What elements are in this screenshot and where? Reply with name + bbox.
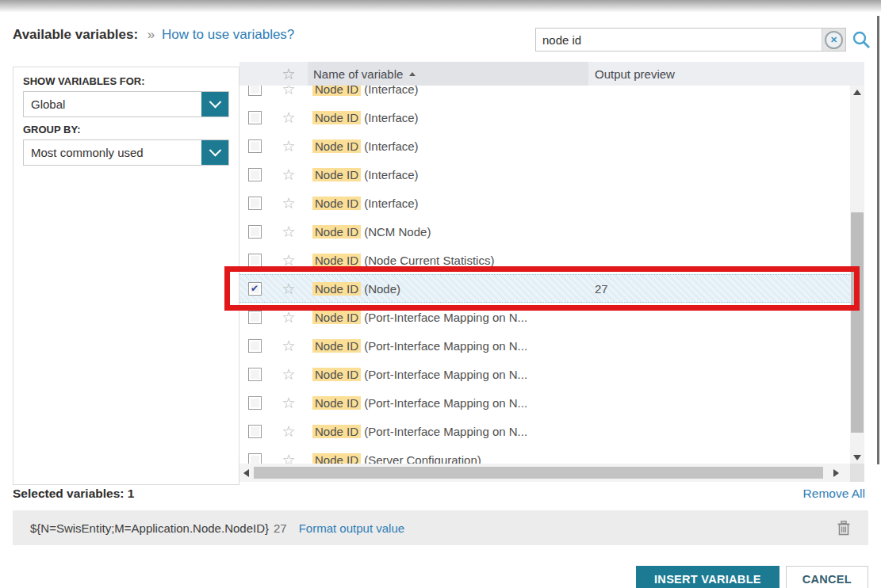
variable-name: Node ID (Port-Interface Mapping on N... [308,339,588,353]
selected-variables-count: Selected variables: 1 [13,487,134,501]
row-checkbox[interactable] [248,168,262,181]
table-row[interactable]: ☆ Node ID (Interface) [239,189,850,217]
show-variables-for-label: SHOW VARIABLES FOR: [23,75,229,87]
table-row[interactable]: ☆ Node ID (Port-Interface Mapping on N..… [239,331,850,360]
row-checkbox[interactable] [248,139,262,153]
vertical-scrollbar-thumb[interactable] [851,212,864,433]
search-input[interactable] [536,29,822,51]
variable-name-highlight: Node ID [312,168,361,181]
row-checkbox[interactable] [248,111,262,124]
triangle-left-icon [243,469,249,477]
table-row[interactable]: ☆ Node ID (Port-Interface Mapping on N..… [239,417,850,445]
name-column-header[interactable]: Name of variable [308,62,588,86]
favorite-star-icon[interactable]: ☆ [270,86,308,98]
preview-column-label: Output preview [595,67,675,81]
variable-name-rest: (Port-Interface Mapping on N... [361,425,527,438]
show-variables-for-value: Global [24,92,201,116]
group-by-select[interactable]: Most commonly used [23,139,229,166]
format-output-value-link[interactable]: Format output value [299,521,404,535]
how-to-use-variables-link[interactable]: How to use variables? [162,27,294,42]
table-row[interactable]: ☆ Node ID (Port-Interface Mapping on N..… [239,303,850,331]
sort-ascending-icon [409,72,416,76]
selected-variable-bar: ${N=SwisEntity;M=Application.Node.NodeID… [13,510,868,545]
table-row[interactable]: ☆ Node ID (Interface) [239,160,850,189]
favorite-star-icon[interactable]: ☆ [270,280,308,298]
variable-name: Node ID (Node) [308,282,588,296]
row-checkbox[interactable] [248,368,262,381]
table-row[interactable]: ☆ Node ID (Node) 27 [239,274,850,303]
close-icon: ✕ [825,31,843,49]
variable-name-highlight: Node ID [312,197,361,210]
remove-all-link[interactable]: Remove All [803,487,865,501]
row-checkbox[interactable] [248,225,262,239]
triangle-up-icon [853,90,861,95]
trash-icon[interactable] [837,520,851,536]
favorite-star-icon[interactable]: ☆ [270,137,308,155]
variable-name-rest: (Interface) [361,197,419,210]
row-checkbox[interactable] [248,339,262,353]
variable-name: Node ID (Port-Interface Mapping on N... [308,425,588,438]
variable-name-highlight: Node ID [312,425,361,438]
scroll-left-button[interactable] [239,464,252,482]
favorite-star-icon[interactable]: ☆ [270,365,308,384]
table-row[interactable]: ☆ Node ID (NCM Node) [239,217,850,246]
name-column-label: Name of variable [313,67,403,81]
variable-name-highlight: Node ID [312,111,361,124]
scroll-right-button[interactable] [829,464,842,482]
row-checkbox[interactable] [248,396,262,410]
variable-name-highlight: Node ID [312,86,361,96]
favorite-star-icon[interactable]: ☆ [270,422,308,441]
page-title: Available variables: [13,27,138,42]
row-checkbox[interactable] [248,86,262,96]
dialog-actions: INSERT VARIABLE CANCEL [0,566,868,588]
variable-list: ☆ Node ID (Interface) ☆ Node ID (Interfa… [239,86,850,464]
favorite-star-icon[interactable]: ☆ [270,109,308,127]
variable-name: Node ID (Port-Interface Mapping on N... [308,396,588,410]
favorite-star-icon[interactable]: ☆ [270,251,308,269]
dropdown-button[interactable] [201,140,228,165]
row-checkbox[interactable] [248,282,262,296]
search-icon[interactable] [851,29,871,50]
cancel-button[interactable]: CANCEL [786,566,868,588]
scroll-up-button[interactable] [850,86,864,98]
table-row[interactable]: ☆ Node ID (Interface) [239,86,850,103]
row-checkbox[interactable] [248,425,262,438]
favorite-star-icon[interactable]: ☆ [270,166,308,184]
table-row[interactable]: ☆ Node ID (Interface) [239,132,850,160]
favorite-star-icon[interactable]: ☆ [270,337,308,355]
dropdown-button[interactable] [201,92,228,116]
star-column-header: ☆ [270,62,308,86]
favorite-star-icon[interactable]: ☆ [270,394,308,412]
variable-name-highlight: Node ID [312,339,361,353]
favorite-star-icon[interactable]: ☆ [270,451,308,464]
table-row[interactable]: ☆ Node ID (Port-Interface Mapping on N..… [239,388,850,417]
table-row[interactable]: ☆ Node ID (Interface) [239,103,850,132]
variable-name: Node ID (Node Current Statistics) [308,254,588,267]
variable-name-rest: (NCM Node) [361,225,431,239]
variable-name-rest: (Port-Interface Mapping on N... [361,311,527,324]
chevron-down-icon [209,96,221,109]
triangle-down-icon [853,455,861,460]
row-checkbox[interactable] [248,254,262,267]
row-checkbox[interactable] [248,197,262,210]
table-row[interactable]: ☆ Node ID (Node Current Statistics) [239,246,850,274]
row-checkbox[interactable] [248,453,262,464]
variable-name: Node ID (Server Configuration) [308,453,588,464]
favorite-star-icon[interactable]: ☆ [270,194,308,212]
variable-preview-value: 27 [274,521,287,535]
horizontal-scrollbar-thumb[interactable] [254,467,823,479]
variable-name: Node ID (NCM Node) [308,225,588,239]
preview-column-header: Output preview [588,62,864,86]
favorite-star-icon[interactable]: ☆ [270,308,308,326]
clear-search-button[interactable]: ✕ [822,29,845,51]
insert-variable-button[interactable]: INSERT VARIABLE [636,566,779,588]
variable-name-rest: (Port-Interface Mapping on N... [361,396,527,410]
favorite-star-icon[interactable]: ☆ [270,223,308,241]
row-checkbox[interactable] [248,311,262,324]
variable-name-highlight: Node ID [312,396,361,410]
table-row[interactable]: ☆ Node ID (Server Configuration) [239,445,850,464]
show-variables-for-select[interactable]: Global [23,91,229,117]
insert-variable-dialog: Available variables: » How to use variab… [0,0,881,588]
table-row[interactable]: ☆ Node ID (Port-Interface Mapping on N..… [239,360,850,388]
scroll-down-button[interactable] [850,451,864,464]
